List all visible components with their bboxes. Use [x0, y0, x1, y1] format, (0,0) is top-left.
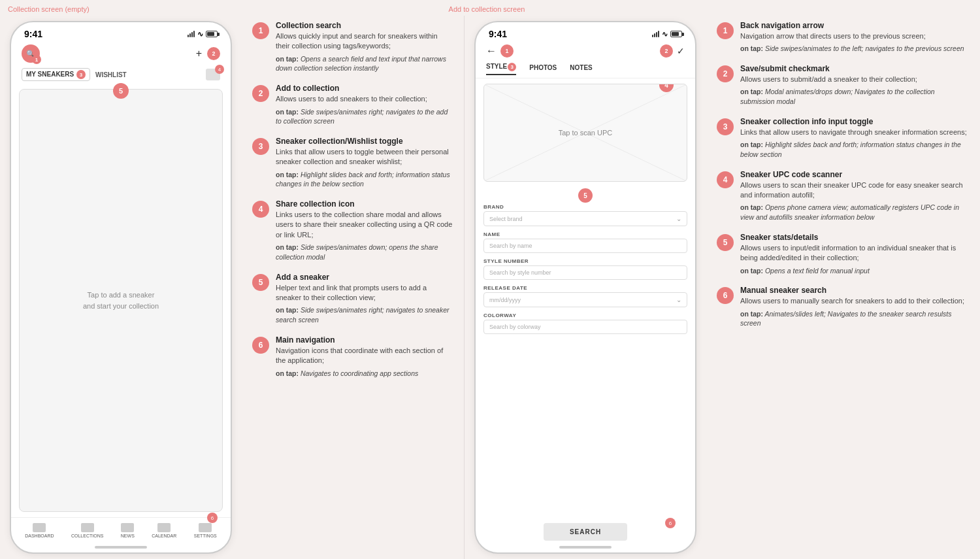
right-annotation-1: 1 Back navigation arrow Navigation arrow… [717, 21, 970, 54]
right-phone-frame: 9:41 ∿ ← 1 [474, 21, 696, 554]
search-button-area: 6 SEARCH [476, 519, 695, 546]
wifi-icon: ∿ [197, 30, 203, 39]
form-select-3[interactable]: mm/dd/yyyy ⌄ [483, 292, 687, 307]
left-annotations-list: 1 Collection search Allows quickly input… [252, 21, 453, 378]
nav-item-news[interactable]: NEWS [121, 523, 135, 538]
wishlist-tab[interactable]: WISHLIST [95, 71, 127, 78]
annotation-title-2: Add to collection [276, 84, 453, 93]
empty-state-area[interactable]: 5 Tap to add a sneakerand start your col… [19, 89, 223, 512]
form-group-release-date: RELEASE DATE mm/dd/yyyy ⌄ [483, 285, 687, 307]
my-sneakers-badge: 3 [76, 70, 86, 79]
nav-badge-1: 1 [32, 55, 41, 64]
annotation-desc-3: Links that allow users to toggle between… [276, 147, 453, 167]
right-annotation-desc-6: Allows users to manually search for snea… [740, 296, 970, 306]
right-annotation-tap-2: on tap: Modal animates/drops down; Navig… [740, 87, 970, 106]
annotation-badge-3: 3 [252, 138, 269, 155]
left-status-icons: ∿ [188, 30, 218, 39]
submit-checkmark-icon[interactable]: ✓ [677, 46, 685, 56]
right-annotation-title-1: Back navigation arrow [740, 21, 970, 30]
right-annotations-list: 1 Back navigation arrow Navigation arrow… [717, 21, 970, 328]
style-tab-badge: 3 [508, 63, 516, 71]
annotation-tap-6: on tap: Navigates to coordinating app se… [276, 369, 453, 379]
annotation-badge-2: 2 [252, 85, 269, 102]
annotation-badge-1: 1 [252, 22, 269, 39]
photos-tab[interactable]: PHOTOS [529, 64, 557, 74]
nav-item-settings[interactable]: SETTINGS [194, 523, 217, 538]
right-signal-bars-icon [652, 31, 659, 37]
search-button[interactable]: 🔍 1 [22, 44, 40, 63]
annotation-badge-4: 4 [252, 201, 269, 218]
annotation-tap-4: on tap: Side swipes/animates down; opens… [276, 243, 453, 262]
calendar-icon [157, 523, 171, 532]
right-status-time: 9:41 [489, 29, 507, 39]
nav-item-dashboard[interactable]: DASHBOARD [25, 523, 54, 538]
right-annotation-4: 4 Sneaker UPC code scanner Allows users … [717, 170, 970, 222]
annotation-title-1: Collection search [276, 21, 453, 30]
right-annotation-badge-2: 2 [717, 65, 734, 82]
form-select-0[interactable]: Select brand ⌄ [483, 211, 687, 226]
right-annotation-badge-5: 5 [717, 234, 734, 251]
my-sneakers-tab[interactable]: MY SNEAKERS 3 [22, 68, 90, 81]
right-annotation-tap-4: on tap: Opens phone camera view; automat… [740, 203, 970, 222]
form-group-name: NAME Search by name [483, 231, 687, 253]
add-badge-2: 2 [207, 47, 220, 60]
right-annotation-tap-5: on tap: Opens a text field for manual in… [740, 266, 970, 276]
right-annotation-5: 5 Sneaker stats/details Allows users to … [717, 233, 970, 275]
right-annotation-2: 2 Save/submit checkmark Allows users to … [717, 64, 970, 107]
right-annotations-column: 1 Back navigation arrow Navigation arrow… [706, 16, 980, 559]
annotation-desc-4: Links users to the collection share moda… [276, 210, 453, 240]
back-arrow-icon[interactable]: ← [486, 45, 497, 57]
form-input-1[interactable]: Search by name [483, 239, 687, 253]
right-annotation-badge-6: 6 [717, 287, 734, 304]
right-home-bar [559, 546, 612, 549]
style-tab[interactable]: STYLE3 [486, 63, 516, 75]
form-input-4[interactable]: Search by colorway [483, 320, 687, 334]
left-status-time: 9:41 [24, 29, 42, 39]
stats-badge-5: 5 [578, 188, 593, 203]
right-annotation-tap-6: on tap: Animates/slides left; Navigates … [740, 309, 970, 328]
annotation-tap-3: on tap: Highlight slides back and forth;… [276, 170, 453, 189]
right-battery-icon [670, 31, 682, 37]
right-screen-label: Add to collection screen [242, 5, 732, 13]
dashboard-icon [33, 523, 46, 532]
right-status-icons: ∿ [652, 30, 682, 39]
settings-icon [199, 523, 212, 532]
annotation-tap-1: on tap: Opens a search field and text in… [276, 54, 453, 73]
left-phone-column: 9:41 ∿ 🔍 1 [0, 16, 242, 559]
form-group-style-number: STYLE NUMBER Search by style number [483, 258, 687, 280]
search-button[interactable]: SEARCH [544, 523, 627, 541]
add-to-collection-button[interactable]: + [196, 48, 202, 59]
form-input-2[interactable]: Search by style number [483, 265, 687, 280]
annotation-title-4: Share collection icon [276, 199, 453, 209]
battery-icon [206, 31, 218, 37]
share-collection-button[interactable]: 4 [206, 69, 220, 80]
collection-tabs-row: MY SNEAKERS 3 WISHLIST 4 [11, 65, 231, 84]
bottom-navigation: 6 DASHBOARD COLLECTIONS NEWS CALENDAR [11, 517, 231, 546]
nav-item-calendar[interactable]: CALENDAR [152, 523, 176, 538]
chevron-down-icon: ⌄ [676, 296, 681, 303]
notes-tab[interactable]: NOTES [570, 64, 592, 74]
empty-state-text: Tap to add a sneakerand start your colle… [83, 290, 159, 311]
right-annotation-badge-3: 3 [717, 118, 734, 135]
right-phone-top-nav: ← 1 2 ✓ [476, 42, 695, 60]
right-status-bar: 9:41 ∿ [476, 22, 695, 42]
left-annotation-6: 6 Main navigation Navigation icons that … [252, 335, 453, 378]
right-phone-column: 9:41 ∿ ← 1 [465, 16, 706, 559]
nav-item-collections[interactable]: COLLECTIONS [71, 523, 103, 538]
form-fields-list: BRAND Select brand ⌄ NAME Search by name… [483, 204, 687, 334]
upc-scanner-area[interactable]: 4 Tap to scan UPC [483, 84, 687, 182]
news-icon [121, 523, 134, 532]
annotation-badge-5: 5 [252, 274, 269, 291]
right-annotation-title-3: Sneaker collection info input toggle [740, 117, 970, 126]
annotation-desc-5: Helper text and link that prompts users … [276, 283, 453, 303]
right-annotation-title-4: Sneaker UPC code scanner [740, 170, 970, 179]
back-nav-badge-1: 1 [500, 44, 514, 58]
form-group-brand: BRAND Select brand ⌄ [483, 204, 687, 226]
form-label-4: COLORWAY [483, 313, 687, 318]
main-layout: 9:41 ∿ 🔍 1 [0, 16, 980, 559]
annotation-tap-5: on tap: Side swipes/animates right; navi… [276, 305, 453, 324]
right-annotation-title-2: Save/submit checkmark [740, 64, 970, 73]
form-fields-section: BRAND Select brand ⌄ NAME Search by name… [476, 204, 695, 519]
left-screen-label: Collection screen (empty) [0, 5, 242, 13]
left-annotation-4: 4 Share collection icon Links users to t… [252, 199, 453, 262]
